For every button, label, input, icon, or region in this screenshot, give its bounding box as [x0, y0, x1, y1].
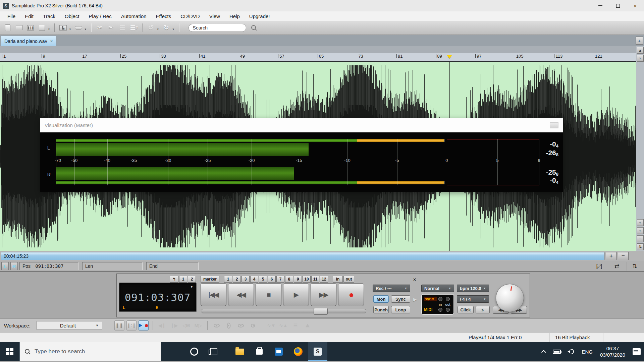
- marker-set-2-button[interactable]: 2: [188, 276, 196, 283]
- range-mode-button[interactable]: [73, 23, 84, 33]
- marker-1-button[interactable]: 1: [224, 276, 232, 283]
- menu-cd-dvd[interactable]: CD/DVD: [176, 12, 205, 20]
- cut-button[interactable]: ✂: [95, 23, 105, 33]
- clock[interactable]: 06:37 03/07/2020: [596, 345, 629, 358]
- monitor-button[interactable]: Mon: [373, 295, 389, 303]
- range-out-button[interactable]: out: [343, 276, 354, 283]
- menu-upgrade-[interactable]: Upgrade!: [245, 12, 275, 20]
- taskbar-search-input[interactable]: Type here to search: [19, 342, 161, 361]
- wave-zoom-out-icon[interactable]: ∿▲: [278, 320, 288, 330]
- loop-button[interactable]: Loop: [391, 306, 410, 313]
- save-button[interactable]: [37, 23, 47, 33]
- track-list-icon[interactable]: ☰: [290, 320, 301, 330]
- punch-button[interactable]: Punch: [373, 306, 389, 313]
- metronome-lock-button[interactable]: ♯: [476, 306, 490, 313]
- transport-close-icon[interactable]: ×: [411, 277, 418, 283]
- redo-button[interactable]: ↻: [161, 23, 171, 33]
- battery-button[interactable]: [549, 342, 564, 361]
- list-button[interactable]: ☰: [117, 23, 127, 33]
- marker-4-button[interactable]: 4: [250, 276, 258, 283]
- visualization-title-bar[interactable]: Visualization (Master): [40, 118, 563, 132]
- menu-object[interactable]: Object: [60, 12, 84, 20]
- sync-midi-panel[interactable]: sync in out MIDI: [421, 294, 454, 315]
- marker-9-button[interactable]: 9: [294, 276, 302, 283]
- marker-3-button[interactable]: 3: [241, 276, 250, 283]
- marker-5-button[interactable]: 5: [259, 276, 267, 283]
- marker-next-icon[interactable]: M▷: [193, 320, 203, 330]
- volume-button[interactable]: [564, 342, 578, 361]
- tab-close-icon[interactable]: ×: [50, 39, 53, 44]
- visualization-window[interactable]: Visualization (Master) L R -70-50-40-35-…: [40, 118, 563, 192]
- align-button[interactable]: ☰#: [129, 23, 139, 33]
- hidden-icons-button[interactable]: [539, 342, 549, 361]
- position-slider[interactable]: [201, 309, 366, 313]
- menu-play-rec[interactable]: Play / Rec: [84, 12, 116, 20]
- wave-zoom-in-icon[interactable]: ∿▼: [266, 320, 276, 330]
- shuttle-knob[interactable]: [496, 284, 524, 312]
- zoom-vertical-in-button[interactable]: +: [637, 219, 644, 226]
- right-channel-button[interactable]: R: [10, 262, 18, 270]
- menu-effects[interactable]: Effects: [151, 12, 176, 20]
- search-input[interactable]: Search: [189, 24, 246, 32]
- firefox-button[interactable]: [288, 342, 308, 361]
- tab-daria-and-piano[interactable]: Daria and piano.wav ×: [1, 36, 56, 46]
- close-button[interactable]: ×: [627, 0, 644, 11]
- samplitude-taskbar-button[interactable]: S: [308, 342, 327, 361]
- scroll-updown-button[interactable]: ⇅: [637, 243, 644, 250]
- vertical-scrollbar[interactable]: ▲ × + + − ⇅: [636, 46, 644, 251]
- swap-vertical-button[interactable]: ⇅: [627, 262, 643, 270]
- marker-10-button[interactable]: 10: [303, 276, 311, 283]
- sync-button[interactable]: Sync: [391, 295, 410, 303]
- search-icon[interactable]: [251, 25, 257, 31]
- action-center-button[interactable]: [629, 342, 644, 361]
- marker-set-1-button[interactable]: 1: [179, 276, 187, 283]
- range-mode-dropdown-arrow[interactable]: ▼: [84, 28, 87, 31]
- marker-12-button[interactable]: 12: [320, 276, 328, 283]
- undo-dropdown-arrow[interactable]: ▼: [157, 28, 159, 31]
- time-display[interactable]: ▼ 091:03:307 L E: [119, 283, 197, 312]
- marker-button[interactable]: marker: [201, 276, 219, 283]
- range-in-button[interactable]: in: [333, 276, 343, 283]
- import-audio-button[interactable]: ❚❙❚: [25, 23, 36, 33]
- fit-to-screen-button[interactable]: [⤢]: [591, 262, 607, 270]
- forward-button[interactable]: ▶▶: [311, 283, 336, 306]
- time-signature-dropdown[interactable]: / 4 / 4▼: [457, 295, 489, 303]
- open-file-button[interactable]: [14, 23, 24, 33]
- file-explorer-button[interactable]: [230, 342, 250, 361]
- new-tab-button[interactable]: +: [636, 37, 643, 45]
- menu-file[interactable]: File: [3, 12, 20, 20]
- redo-dropdown-arrow[interactable]: ▼: [172, 28, 175, 31]
- zoom-vertical-out-button[interactable]: −: [637, 235, 644, 242]
- minimize-button[interactable]: [592, 0, 609, 11]
- marker-6-button[interactable]: 6: [268, 276, 276, 283]
- waveform-area[interactable]: ▲ × + + − ⇅ Visualization (Master) L R: [0, 62, 644, 251]
- position-field[interactable]: Pos091:03:307: [19, 262, 78, 270]
- timeline-ruler[interactable]: 191725334149576573818997105113121: [0, 53, 636, 62]
- menu-view[interactable]: View: [205, 12, 225, 20]
- stop-button[interactable]: ■: [256, 283, 281, 306]
- bpm-dropdown[interactable]: bpm 120.0▼: [457, 285, 489, 292]
- end-field[interactable]: End: [146, 262, 199, 270]
- zoom-out-view-icon[interactable]: [236, 320, 246, 330]
- zoom-object-icon[interactable]: [224, 320, 234, 330]
- time-format-dropdown-icon[interactable]: ▼: [190, 285, 193, 289]
- marker-prev-icon[interactable]: ◁M: [181, 320, 191, 330]
- slider-handle[interactable]: [314, 308, 328, 315]
- cortana-button[interactable]: [184, 342, 204, 361]
- play-mode-dropdown[interactable]: Normal▼: [421, 285, 454, 292]
- expand-arrow-icon[interactable]: ▶: [413, 297, 417, 302]
- marker-2-button[interactable]: 2: [233, 276, 241, 283]
- new-file-button[interactable]: [3, 23, 13, 33]
- overview-icon[interactable]: ⛰: [303, 320, 313, 330]
- record-button[interactable]: ●: [338, 283, 364, 306]
- rewind-button[interactable]: ◀◀: [228, 283, 254, 306]
- swap-horizontal-button[interactable]: ⇄: [609, 262, 625, 270]
- zoom-all-icon[interactable]: [248, 320, 258, 330]
- object-mode-dropdown-arrow[interactable]: ▼: [69, 28, 71, 31]
- scroll-up-button[interactable]: ▲: [637, 47, 644, 54]
- menu-automation[interactable]: Automation: [116, 12, 151, 20]
- jump-left-icon[interactable]: ◀❙: [157, 320, 167, 330]
- length-field[interactable]: Len: [82, 262, 143, 270]
- store-button[interactable]: [250, 342, 269, 361]
- maximize-button[interactable]: [609, 0, 627, 11]
